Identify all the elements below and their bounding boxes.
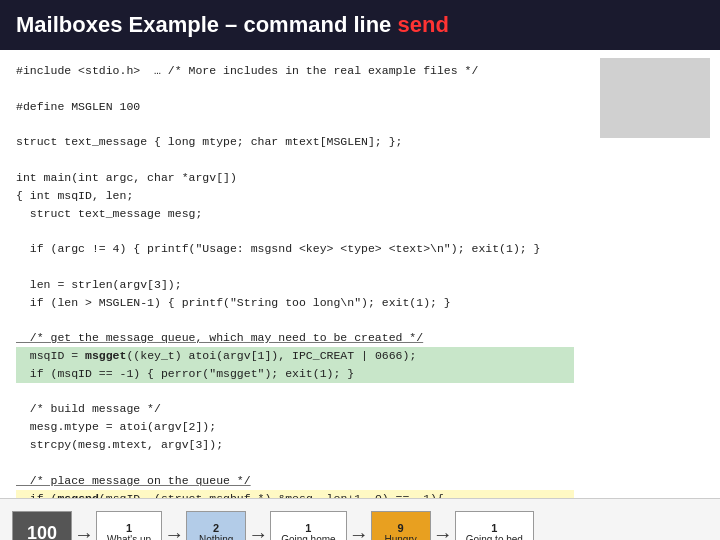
- box-sub-2: Nothing: [199, 534, 233, 540]
- code-line-23: [16, 454, 574, 472]
- right-box: [590, 50, 720, 498]
- code-line-11: if (argc != 4) { printf("Usage: msgsnd <…: [16, 240, 574, 258]
- code-line-19: [16, 383, 574, 401]
- box-num-1b: 1: [305, 522, 311, 534]
- arrow-2: →: [162, 511, 186, 541]
- code-line-10: [16, 222, 574, 240]
- code-line-20: /* build message */: [16, 400, 574, 418]
- title-prefix: Mailboxes Example – command line: [16, 12, 397, 37]
- gray-placeholder-box: [600, 58, 710, 138]
- box-num-2: 2: [213, 522, 219, 534]
- code-line-25: if (msgsnd(msqID, (struct msgbuf *) &mes…: [16, 490, 574, 499]
- code-line-8: { int msqID, len;: [16, 187, 574, 205]
- code-line-18: if (msqID == -1) { perror("msgget"); exi…: [16, 365, 574, 383]
- box-sub-1b: Going home: [281, 534, 335, 540]
- code-line-12: [16, 258, 574, 276]
- code-line-9: struct text_message mesg;: [16, 205, 574, 223]
- arrow-3: →: [246, 511, 270, 541]
- bottom-diagram: 100 → 1 What's up → 2 Nothing → 1 Going …: [0, 498, 720, 540]
- code-line-6: [16, 151, 574, 169]
- code-line-1: #include <stdio.h> … /* More includes in…: [16, 62, 574, 80]
- code-line-22: strcpy(mesg.mtext, argv[3]);: [16, 436, 574, 454]
- code-line-21: mesg.mtype = atoi(argv[2]);: [16, 418, 574, 436]
- code-line-14: if (len > MSGLEN-1) { printf("String too…: [16, 294, 574, 312]
- code-line-16: /* get the message queue, which may need…: [16, 329, 574, 347]
- code-line-17: msqID = msgget((key_t) atoi(argv[1]), IP…: [16, 347, 574, 365]
- code-line-4: [16, 115, 574, 133]
- header: Mailboxes Example – command line send: [0, 0, 720, 50]
- code-line-15: [16, 311, 574, 329]
- code-line-7: int main(int argc, char *argv[]): [16, 169, 574, 187]
- arrow-4: →: [347, 511, 371, 541]
- arrow-5: →: [431, 511, 455, 541]
- code-line-13: len = strlen(argv[3]);: [16, 276, 574, 294]
- diagram-box-1a: 1 What's up: [96, 511, 162, 541]
- diagram-box-1b: 1 Going home: [270, 511, 346, 541]
- page-title: Mailboxes Example – command line send: [16, 12, 449, 38]
- diagram-box-2: 2 Nothing: [186, 511, 246, 541]
- code-line-3: #define MSGLEN 100: [16, 98, 574, 116]
- main-content: #include <stdio.h> … /* More includes in…: [0, 50, 720, 498]
- code-area: #include <stdio.h> … /* More includes in…: [0, 50, 590, 498]
- arrow-1: →: [72, 511, 96, 541]
- box-label-100: 100: [27, 523, 57, 540]
- diagram-box-1c: 1 Going to bed: [455, 511, 534, 541]
- box-num-1a: 1: [126, 522, 132, 534]
- code-line-5: struct text_message { long mtype; char m…: [16, 133, 574, 151]
- box-sub-9: Hungry: [385, 534, 417, 540]
- box-num-1c: 1: [491, 522, 497, 534]
- code-line-24: /* place message on the queue */: [16, 472, 574, 490]
- diagram-box-9: 9 Hungry: [371, 511, 431, 541]
- box-sub-1c: Going to bed: [466, 534, 523, 540]
- diagram-box-100: 100: [12, 511, 72, 541]
- title-highlight: send: [397, 12, 448, 37]
- code-line-2: [16, 80, 574, 98]
- box-num-9: 9: [398, 522, 404, 534]
- box-sub-1a: What's up: [107, 534, 151, 540]
